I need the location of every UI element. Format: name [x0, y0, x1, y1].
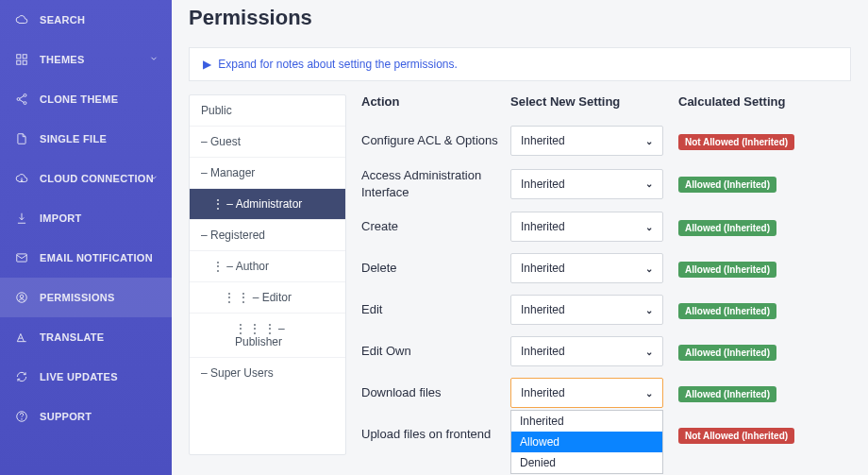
svg-rect-2 [17, 60, 21, 64]
calculated-badge: Allowed (Inherited) [678, 220, 776, 236]
role-item[interactable]: ⋮ – Administrator [190, 189, 345, 220]
permission-action-label: Download files [361, 384, 510, 401]
calculated-badge: Allowed (Inherited) [678, 345, 776, 361]
setting-select[interactable]: Inherited⌄ [510, 378, 663, 408]
cloud-down-icon [15, 172, 28, 185]
sidebar-item-support[interactable]: SUPPORT [0, 397, 172, 436]
svg-line-8 [20, 100, 25, 103]
refresh-icon [15, 370, 28, 383]
sidebar-item-single-file[interactable]: SINGLE FILE [0, 119, 172, 159]
file-icon [15, 132, 28, 145]
calculated-badge: Allowed (Inherited) [678, 262, 776, 278]
calculated-badge: Allowed (Inherited) [678, 303, 776, 319]
sidebar-item-clone-theme[interactable]: CLONE THEME [0, 79, 172, 119]
header-select: Select New Setting [510, 94, 678, 109]
role-item[interactable]: ⋮ ⋮ ⋮ – Publisher [190, 314, 345, 358]
svg-rect-0 [17, 55, 21, 59]
page-title: Permissions [189, 0, 851, 47]
setting-select[interactable]: Inherited⌄ [510, 253, 663, 283]
sidebar-item-themes[interactable]: THEMES [0, 40, 172, 79]
calculated-badge: Not Allowed (Inherited) [678, 428, 794, 444]
cloud-icon [15, 13, 28, 26]
permission-action-label: Upload files on frontend [361, 426, 510, 443]
svg-rect-1 [23, 55, 26, 59]
setting-select[interactable]: Inherited⌄ [510, 169, 663, 199]
sidebar-item-label: SEARCH [40, 14, 85, 25]
svg-point-13 [22, 419, 23, 420]
role-item[interactable]: ⋮ ⋮ – Editor [190, 282, 345, 314]
main-content: Permissions ▶ Expand for notes about set… [172, 0, 868, 475]
sidebar: SEARCHTHEMESCLONE THEMESINGLE FILECLOUD … [0, 0, 172, 475]
import-icon [15, 212, 28, 225]
permission-action-label: Edit [361, 301, 510, 318]
roles-list: Public– Guest– Manager⋮ – Administrator–… [189, 94, 346, 455]
select-value: Inherited [521, 178, 565, 191]
header-action: Action [361, 94, 510, 109]
permission-row: Edit OwnInherited⌄Allowed (Inherited) [361, 331, 851, 372]
svg-line-7 [20, 96, 25, 99]
expand-notice[interactable]: ▶ Expand for notes about setting the per… [189, 47, 851, 81]
calculated-badge: Not Allowed (Inherited) [678, 134, 794, 150]
permissions-header: Action Select New Setting Calculated Set… [361, 94, 851, 120]
notice-text: Expand for notes about setting the permi… [218, 58, 457, 71]
chevron-down-icon [149, 54, 159, 65]
dropdown-option[interactable]: Allowed [511, 432, 662, 452]
setting-select[interactable]: Inherited⌄ [510, 212, 663, 242]
role-item[interactable]: Public [190, 95, 345, 127]
permission-row: CreateInherited⌄Allowed (Inherited) [361, 206, 851, 247]
calculated-badge: Allowed (Inherited) [678, 177, 776, 193]
chevron-down-icon: ⌄ [645, 263, 653, 274]
header-calc: Calculated Setting [678, 94, 851, 109]
sidebar-item-label: CLONE THEME [40, 93, 118, 105]
permission-row: Access Administration InterfaceInherited… [361, 161, 851, 206]
permission-action-label: Create [361, 218, 510, 235]
share-icon [15, 93, 28, 106]
setting-select[interactable]: Inherited⌄ [510, 295, 663, 325]
role-item[interactable]: – Guest [190, 127, 345, 158]
select-value: Inherited [521, 220, 565, 233]
translate-icon [15, 331, 28, 344]
chevron-down-icon: ⌄ [645, 305, 653, 315]
select-value: Inherited [521, 303, 565, 316]
role-item[interactable]: – Registered [190, 220, 345, 251]
sidebar-item-label: SINGLE FILE [40, 133, 107, 144]
sidebar-item-import[interactable]: IMPORT [0, 198, 172, 238]
select-value: Inherited [521, 386, 565, 399]
role-item[interactable]: – Manager [190, 158, 345, 189]
sidebar-item-label: IMPORT [40, 212, 82, 224]
sidebar-item-live-updates[interactable]: LIVE UPDATES [0, 357, 172, 397]
caret-right-icon: ▶ [203, 58, 211, 71]
chevron-down-icon: ⌄ [645, 178, 653, 189]
sidebar-item-search[interactable]: SEARCH [0, 0, 172, 40]
chevron-down-icon [149, 173, 159, 184]
role-item[interactable]: – Super Users [190, 358, 345, 388]
sidebar-item-label: LIVE UPDATES [40, 371, 118, 382]
chevron-down-icon: ⌄ [645, 222, 653, 232]
role-item[interactable]: ⋮ – Author [190, 251, 345, 282]
sidebar-item-permissions[interactable]: PERMISSIONS [0, 278, 172, 317]
setting-select[interactable]: Inherited⌄ [510, 126, 663, 156]
permission-row: DeleteInherited⌄Allowed (Inherited) [361, 247, 851, 289]
dropdown-option[interactable]: Inherited [511, 411, 662, 432]
permission-action-label: Access Administration Interface [361, 167, 510, 200]
select-value: Inherited [521, 345, 565, 358]
permission-action-label: Configure ACL & Options [361, 132, 510, 149]
sidebar-item-cloud-connection[interactable]: CLOUD CONNECTION [0, 159, 172, 198]
dropdown-menu: InheritedAllowedDenied [510, 410, 663, 474]
svg-rect-3 [23, 60, 26, 64]
setting-select[interactable]: Inherited⌄ [510, 336, 663, 366]
sidebar-item-label: THEMES [40, 54, 85, 65]
chevron-down-icon: ⌄ [645, 388, 653, 399]
permission-action-label: Delete [361, 260, 510, 277]
dropdown-option[interactable]: Denied [511, 452, 662, 473]
help-icon [15, 410, 28, 423]
sidebar-item-translate[interactable]: TRANSLATE [0, 317, 172, 357]
permissions-area: Action Select New Setting Calculated Set… [361, 94, 851, 455]
sidebar-item-email-notification[interactable]: EMAIL NOTIFICATION [0, 238, 172, 278]
chevron-down-icon: ⌄ [645, 347, 653, 357]
permission-row: EditInherited⌄Allowed (Inherited) [361, 289, 851, 331]
permission-row: Download filesInherited⌄InheritedAllowed… [361, 372, 851, 414]
grid-icon [15, 53, 28, 66]
sidebar-item-label: CLOUD CONNECTION [40, 173, 154, 184]
sidebar-item-label: SUPPORT [40, 411, 92, 422]
